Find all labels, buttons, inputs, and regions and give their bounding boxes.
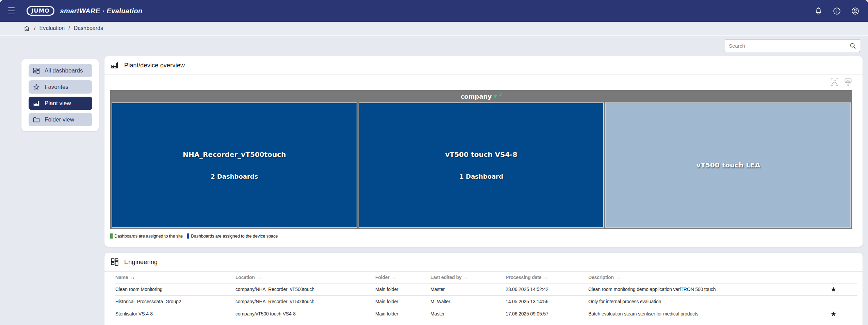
breadcrumb-separator: / <box>34 25 35 31</box>
cell-folder: Main folder <box>375 295 430 308</box>
drilldown-pointer-button[interactable] <box>844 78 853 88</box>
search-icon[interactable] <box>849 42 856 49</box>
star-icon <box>33 83 40 91</box>
sidebar-item-all-dashboards[interactable]: All dashboards <box>29 64 92 77</box>
table-row[interactable]: Clean room Monitoring company/NHA_Record… <box>115 283 857 295</box>
collapse-triangle-icon[interactable]: ▼ <box>493 94 497 99</box>
breadcrumb-item-evaluation[interactable]: Evaluation <box>39 25 65 31</box>
cell-description: Clean room monitoring demo application v… <box>588 283 809 295</box>
sort-desc-icon[interactable]: ↓ <box>618 275 620 280</box>
cell-processing-date: 23.06.2025 14:52:42 <box>506 283 588 295</box>
cell-folder: Main folder <box>375 308 430 320</box>
jumo-logo: JUMO <box>27 6 54 16</box>
main-row: All dashboards Favorites Plant view <box>0 56 868 325</box>
treemap-toolbar <box>104 75 863 90</box>
search-box <box>724 39 860 52</box>
sidebar: All dashboards Favorites Plant view <box>21 59 99 131</box>
column-header-description[interactable]: Description ↑↓ <box>588 272 809 283</box>
cell-location: company/NHA_Recorder_vT500touch <box>235 295 375 308</box>
cell-description: Only for internal process evaluation <box>588 295 809 308</box>
column-header-name[interactable]: Name ↑↓ <box>115 272 235 283</box>
app-title: smartWARE · Evaluation <box>60 7 142 15</box>
breadcrumb: / Evaluation / Dashboards <box>0 22 868 36</box>
treemap-blocks: NHA_Recorder_vT500touch 2 Dashboards vT5… <box>112 102 851 228</box>
search-input[interactable] <box>729 43 849 49</box>
cell-folder: Main folder <box>375 283 430 295</box>
fit-to-screen-button[interactable] <box>830 78 839 88</box>
topbar-actions <box>814 6 860 16</box>
treemap: company ▼ 3 NHA_Recorder_vT500touch 2 Da… <box>110 90 852 229</box>
sidebar-item-plant-view[interactable]: Plant view <box>29 97 92 110</box>
sidebar-item-label: Folder view <box>45 116 74 123</box>
sidebar-item-folder-view[interactable]: Folder view <box>29 113 92 126</box>
drilldown-pointer-icon <box>844 78 853 87</box>
sidebar-item-favorites[interactable]: Favorites <box>29 80 92 94</box>
menu-button[interactable] <box>8 7 17 14</box>
cell-processing-date: 14.05.2025 13:14:56 <box>506 295 588 308</box>
treemap-root-count: 3 <box>499 92 502 97</box>
column-header-location[interactable]: Location ↑↓ <box>235 272 375 283</box>
sidebar-item-label: Favorites <box>45 84 68 91</box>
breadcrumb-item-dashboards[interactable]: Dashboards <box>74 25 103 31</box>
breadcrumb-separator: / <box>68 25 70 31</box>
legend-swatch-green <box>110 233 113 239</box>
treemap-root-label: company <box>461 93 492 100</box>
panel-title: Plant/device overview <box>124 62 185 69</box>
treemap-block-vt500-lea[interactable]: vT500 touch LEA <box>605 102 851 228</box>
legend-label: Dashboards are assigned to the device sp… <box>191 233 278 239</box>
cell-name: Sterilisator VS 4-8 <box>115 308 235 320</box>
factory-icon <box>33 100 40 107</box>
column-header-last-edited-by[interactable]: Last edited by ↑↓ <box>430 272 506 283</box>
favorite-star-icon[interactable]: ★ <box>831 310 836 318</box>
person-icon <box>851 7 859 15</box>
favorite-star-icon[interactable]: ★ <box>831 286 836 293</box>
sort-desc-icon[interactable]: ↓ <box>394 275 396 280</box>
block-name: vT500 touch VS4-8 <box>445 150 518 159</box>
sort-desc-icon[interactable]: ↓ <box>466 275 468 280</box>
treemap-block-vt500-vs4-8[interactable]: vT500 touch VS4-8 1 Dashboard <box>359 102 604 228</box>
cell-location: company/vT500 touch VS4-8 <box>235 308 375 320</box>
bell-icon <box>814 7 823 15</box>
cell-last-edited-by: M_Walter <box>430 295 506 308</box>
cell-name: Historical_Processdata_Group2 <box>115 295 235 308</box>
column-header-favorite <box>809 272 857 283</box>
hamburger-icon <box>8 7 15 8</box>
cell-description: Batch evaluation steam steriliser for me… <box>588 308 809 320</box>
sort-desc-icon[interactable]: ↓ <box>546 275 548 280</box>
info-button[interactable] <box>832 6 841 16</box>
cell-last-edited-by: Master <box>430 308 506 320</box>
treemap-block-nha-recorder[interactable]: NHA_Recorder_vT500touch 2 Dashboards <box>112 102 357 228</box>
home-icon[interactable] <box>23 25 30 32</box>
search-row <box>0 39 868 52</box>
table-row[interactable]: Historical_Processdata_Group2 company/NH… <box>115 295 857 308</box>
sidebar-item-label: All dashboards <box>45 67 83 74</box>
engineering-panel: Engineering Name <box>104 253 863 325</box>
cell-location: company/NHA_Recorder_vT500touch <box>235 283 375 295</box>
content-area: All dashboards Favorites Plant view <box>0 36 868 324</box>
engineering-panel-header: Engineering <box>104 253 863 271</box>
main-column: Plant/device overview <box>104 56 863 325</box>
sort-desc-icon[interactable]: ↓ <box>132 275 134 280</box>
legend-swatch-blue <box>187 233 189 239</box>
notifications-button[interactable] <box>814 6 823 16</box>
treemap-root-band: company ▼ 3 <box>112 92 851 101</box>
sidebar-item-label: Plant view <box>45 100 71 107</box>
block-dashboard-count: 2 Dashboards <box>211 173 258 180</box>
dashboard-table: Name ↑↓ Location ↑↓ Folder <box>115 272 857 320</box>
dashboard-grid-icon <box>33 67 40 75</box>
info-icon <box>833 7 841 15</box>
column-header-folder[interactable]: Folder ↑↓ <box>375 272 430 283</box>
treemap-legend: Dashboards are assigned to the site Dash… <box>110 233 863 239</box>
block-name: vT500 touch LEA <box>696 161 760 169</box>
column-header-processing-date[interactable]: Processing date ↑↓ <box>506 272 588 283</box>
panel-title: Engineering <box>124 259 158 266</box>
cell-name: Clean room Monitoring <box>115 283 235 295</box>
dashboard-grid-icon <box>110 258 119 266</box>
legend-label: Dashboards are assigned to the site <box>114 233 183 239</box>
table-row[interactable]: Sterilisator VS 4-8 company/vT500 touch … <box>115 308 857 320</box>
plant-panel-header: Plant/device overview <box>104 56 863 75</box>
account-button[interactable] <box>850 6 860 16</box>
sort-desc-icon[interactable]: ↓ <box>259 275 261 280</box>
block-dashboard-count: 1 Dashboard <box>459 173 503 180</box>
cell-processing-date: 17.06.2025 09:05:57 <box>506 308 588 320</box>
